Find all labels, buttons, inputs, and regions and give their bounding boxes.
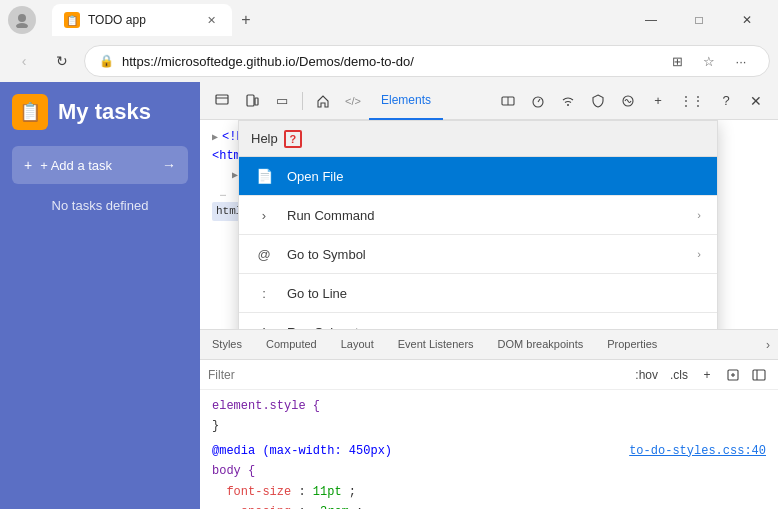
body-rule-line: body { [212,461,766,481]
filter-input[interactable] [208,368,625,382]
code-area: ▶ <!DOCTYPE html> <html lang = "en" > ▶ … [200,120,778,329]
font-size-line: font-size : 11pt ; [212,482,766,502]
tab-favicon: 📋 [64,12,80,28]
spacing-colon: : [298,505,312,509]
address-actions: ⊞ ☆ ··· [663,47,755,75]
devtools-performance-button[interactable] [524,87,552,115]
new-tab-button[interactable]: + [232,6,260,34]
new-style-rule-button[interactable] [722,364,744,386]
cp-go-to-line-label: Go to Line [287,286,347,301]
tab-close-button[interactable]: ✕ [202,11,220,29]
cp-go-to-symbol-arrow: › [697,248,701,260]
spacing-line: --spacing : .3rem ; [212,502,766,509]
cp-item-go-to-symbol[interactable]: @ Go to Symbol › [239,235,717,273]
address-bar: ‹ ↻ 🔒 https://microsoftedge.github.io/De… [0,40,778,82]
minimize-button[interactable]: — [628,4,674,36]
devtools-toolbar: ▭ </> Elements [200,82,778,120]
devtools-inspect-button[interactable] [208,87,236,115]
font-size-val: 11pt [313,485,342,499]
cp-item-go-to-line[interactable]: : Go to Line [239,274,717,312]
cp-run-command-icon: › [255,208,273,223]
cp-run-command-arrow: › [697,209,701,221]
add-task-button[interactable]: + + Add a task → [12,146,188,184]
hov-button[interactable]: :hov [631,366,662,384]
active-tab[interactable]: 📋 TODO app ✕ [52,4,232,36]
devtools-home-button[interactable] [309,87,337,115]
element-style-brace: } [212,419,219,433]
toggle-sidebar-button[interactable] [748,364,770,386]
window-controls: — □ ✕ [628,4,770,36]
font-size-prop: font-size [212,485,291,499]
cp-help-badge: ? [284,130,302,148]
tabs-area: 📋 TODO app ✕ + [44,4,620,36]
properties-tab[interactable]: Properties [595,330,669,360]
url-bar[interactable]: 🔒 https://microsoftedge.github.io/Demos/… [84,45,770,77]
svg-line-9 [538,99,540,102]
line-more: … [212,186,226,202]
dom-breakpoints-tab[interactable]: DOM breakpoints [486,330,596,360]
url-text: https://microsoftedge.github.io/Demos/de… [122,54,414,69]
devtools-panel-button[interactable]: ▭ [268,87,296,115]
devtools-device-button[interactable] [238,87,266,115]
spacing-prop: --spacing [212,505,291,509]
css-file-link[interactable]: to-do-styles.css:40 [629,441,766,461]
add-icon: + [24,157,32,173]
no-tasks-text: No tasks defined [12,198,188,213]
devtools-source-button[interactable]: </> [339,87,367,115]
layout-tab[interactable]: Layout [329,330,386,360]
cp-item-run-command[interactable]: › Run Command › [239,196,717,234]
body-selector: body { [212,464,255,478]
devtools-more-tabs-button[interactable]: ⋮⋮ [674,82,710,120]
cp-item-run-snippet[interactable]: ! Run Snippet › [239,313,717,329]
cp-help-text: Help [251,131,278,146]
cp-open-file-icon: 📄 [255,168,273,184]
collections-icon[interactable]: ⊞ [663,47,691,75]
command-palette: Help ? 📄 Open File › Run Comman [238,120,718,329]
cls-button[interactable]: .cls [666,366,692,384]
tab-elements[interactable]: Elements [369,82,443,120]
element-style-close: } [212,416,766,436]
devtools-network-button[interactable] [494,87,522,115]
element-style-rule: element.style { [212,396,766,416]
dt-separator-1 [302,92,303,110]
refresh-button[interactable]: ↻ [46,45,78,77]
devtools-panel: ▭ </> Elements [200,82,778,509]
styles-tab[interactable]: Styles [200,330,254,360]
todo-app-icon: 📋 [12,94,48,130]
cp-badge-text: ? [289,133,296,145]
svg-point-1 [16,23,28,28]
cp-run-snippet-label: Run Snippet [287,325,359,330]
devtools-close-button[interactable]: ✕ [742,87,770,115]
devtools-memory-button[interactable] [614,87,642,115]
browser-more-button[interactable]: ··· [727,47,755,75]
styles-actions: :hov .cls + [631,364,770,386]
todo-app: 📋 My tasks + + Add a task → No tasks def… [0,82,200,509]
font-size-colon: : [298,485,312,499]
collapse-arrow-1[interactable]: ▶ [212,130,218,146]
font-size-semi: ; [349,485,356,499]
maximize-button[interactable]: □ [676,4,722,36]
back-button[interactable]: ‹ [8,45,40,77]
profile-icon[interactable] [8,6,36,34]
element-style-selector: element.style { [212,399,320,413]
devtools-help-button[interactable]: ? [712,87,740,115]
event-listeners-tab[interactable]: Event Listeners [386,330,486,360]
add-style-rule-button[interactable]: + [696,364,718,386]
devtools-wifi-button[interactable] [554,87,582,115]
close-button[interactable]: ✕ [724,4,770,36]
tab-title: TODO app [88,13,146,27]
cp-run-snippet-icon: ! [255,324,273,330]
cp-go-to-symbol-icon: @ [255,247,273,262]
title-bar: 📋 TODO app ✕ + — □ ✕ [0,0,778,40]
cp-go-to-symbol-label: Go to Symbol [287,247,366,262]
spacing-val: .3rem [313,505,349,509]
bookmark-icon[interactable]: ☆ [695,47,723,75]
devtools-security-button[interactable] [584,87,612,115]
cp-item-open-file[interactable]: 📄 Open File [239,157,717,195]
devtools-add-button[interactable]: + [644,87,672,115]
spacing-semi: ; [356,505,363,509]
bottom-tabs-more-button[interactable]: › [758,330,778,360]
svg-rect-4 [247,95,254,106]
styles-scroll-area[interactable]: element.style { } @media (max-width: 450… [200,390,778,509]
computed-tab[interactable]: Computed [254,330,329,360]
